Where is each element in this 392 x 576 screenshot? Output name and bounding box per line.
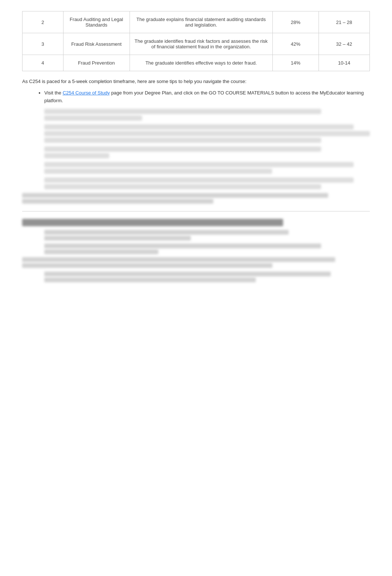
nav-bullet-list: Visit the C254 Course of Study page from… [44, 89, 370, 105]
bottom-section [22, 219, 370, 282]
blurred-bullet-2 [44, 124, 370, 143]
table-row-2: 2 Fraud Auditing and Legal Standards The… [23, 11, 370, 33]
blurred-bullet-5 [44, 177, 370, 189]
blurred-bottom-para [22, 257, 370, 268]
row-weight: 42% [273, 33, 319, 55]
row-topic: Fraud Risk Assessment [63, 33, 130, 55]
nav-tip-intro: As C254 is paced for a 5-week completion… [22, 79, 247, 84]
blurred-sub-bullet-2 [44, 244, 370, 254]
row-description: The graduate identifies effective ways t… [130, 55, 272, 71]
table-row-4: 4 Fraud Prevention The graduate identifi… [23, 55, 370, 71]
c254-course-link[interactable]: C254 Course of Study [63, 90, 110, 96]
section-divider [22, 211, 370, 211]
bullet-text-before-link: Visit the [44, 90, 63, 96]
nav-bullet-item-1: Visit the C254 Course of Study page from… [44, 89, 370, 105]
row-topic: Fraud Auditing and Legal Standards [63, 11, 130, 33]
row-tasks: 32 – 42 [319, 33, 369, 55]
row-weight: 14% [273, 55, 319, 71]
blurred-paragraph-1 [22, 193, 370, 204]
row-number: 4 [23, 55, 63, 71]
course-table: 2 Fraud Auditing and Legal Standards The… [22, 11, 370, 71]
row-description: The graduate identifies fraud risk facto… [130, 33, 272, 55]
row-weight: 28% [273, 11, 319, 33]
row-number: 3 [23, 33, 63, 55]
blurred-bullet-3 [44, 146, 370, 158]
row-topic: Fraud Prevention [63, 55, 130, 71]
blurred-bullet-1 [44, 109, 370, 121]
blurred-bold-heading [22, 219, 283, 226]
blurred-last-block [44, 272, 370, 282]
row-number: 2 [23, 11, 63, 33]
row-tasks: 21 – 28 [319, 11, 369, 33]
blurred-bullet-4 [44, 162, 370, 174]
row-description: The graduate explains financial statemen… [130, 11, 272, 33]
blurred-sub-bullet-1 [44, 230, 370, 241]
table-row-3: 3 Fraud Risk Assessment The graduate ide… [23, 33, 370, 55]
nav-tip-text: As C254 is paced for a 5-week completion… [22, 78, 370, 86]
row-tasks: 10-14 [319, 55, 369, 71]
